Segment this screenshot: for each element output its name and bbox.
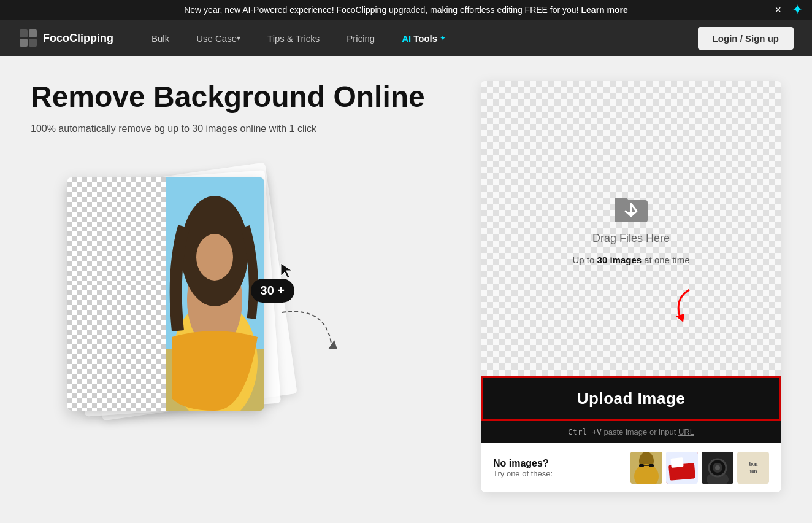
sample-thumb-2[interactable] [666, 452, 698, 484]
nav-bulk[interactable]: Bulk [138, 20, 183, 56]
sample-thumb-4[interactable]: bonton [737, 452, 769, 484]
svg-rect-21 [639, 464, 644, 467]
svg-marker-10 [281, 263, 292, 278]
woman-photo-svg [166, 177, 264, 411]
badge-30-plus: 30 + [251, 279, 294, 303]
card-main [67, 177, 264, 411]
nav-pricing[interactable]: Pricing [333, 20, 388, 56]
card-right-photo [166, 177, 264, 411]
hero-subtitle: 100% automatically remove bg up to 30 im… [31, 123, 462, 134]
navigation: FocoClipping Bulk Use Case Tips & Tricks… [0, 20, 812, 56]
dashed-arrow-icon [276, 300, 343, 362]
upload-button-area: Upload Image [481, 376, 781, 421]
nav-tips-tricks[interactable]: Tips & Tricks [254, 20, 333, 56]
svg-marker-11 [328, 340, 337, 349]
svg-marker-17 [676, 314, 684, 322]
hero-title: Remove Background Online [31, 81, 462, 114]
upload-image-button[interactable]: Upload Image [481, 376, 781, 421]
keyboard-shortcut: Ctrl +V [568, 427, 602, 436]
no-images-text: No images? Try one of these: [493, 458, 621, 478]
ai-text: AI [402, 33, 411, 44]
svg-rect-0 [20, 29, 28, 37]
svg-rect-3 [29, 39, 37, 47]
logo-link[interactable]: FocoClipping [18, 28, 113, 48]
no-images-section: No images? Try one of these: [481, 443, 781, 492]
svg-rect-13 [615, 198, 628, 205]
announcement-bar: New year, new AI-Powered experience! Foc… [0, 0, 812, 20]
cursor-icon [280, 262, 293, 282]
upload-folder-icon [615, 193, 648, 222]
nav-ai-tools[interactable]: AI Tools ✦ [388, 20, 459, 56]
logo-text: FocoClipping [43, 32, 113, 45]
dropzone-content: Drag Files Here Up to 30 images at one t… [573, 193, 690, 265]
left-section: Remove Background Online 100% automatica… [31, 81, 462, 492]
ai-plus-icon: ✦ [440, 34, 446, 42]
close-announcement-button[interactable]: × [775, 4, 781, 17]
sample-thumb-1[interactable] [630, 452, 662, 484]
sample-thumbnails: bonton [630, 452, 769, 484]
drag-text: Drag Files Here [592, 232, 670, 245]
upload-dropzone[interactable]: Drag Files Here Up to 30 images at one t… [481, 81, 781, 376]
url-link[interactable]: URL [678, 427, 694, 436]
upload-panel: Drag Files Here Up to 30 images at one t… [481, 81, 781, 492]
learn-more-link[interactable]: Learn more [581, 5, 628, 15]
svg-rect-26 [670, 457, 683, 468]
hero-image-area: 30 + [31, 165, 368, 429]
svg-rect-2 [20, 39, 28, 47]
no-images-subtitle: Try one of these: [493, 469, 621, 478]
ai-tools-label: Tools [413, 33, 437, 44]
announcement-text: New year, new AI-Powered experience! Foc… [184, 5, 578, 15]
sparkle-icon: ✦ [792, 2, 803, 18]
login-signup-button[interactable]: Login / Sign up [698, 27, 794, 50]
svg-rect-22 [649, 464, 654, 467]
no-images-title: No images? [493, 458, 621, 469]
main-content: Remove Background Online 100% automatica… [0, 56, 812, 511]
sample-thumb-3[interactable] [702, 452, 733, 484]
nav-use-case[interactable]: Use Case [183, 20, 254, 56]
paste-hint: Ctrl +V paste image or input URL [481, 421, 781, 443]
svg-rect-1 [29, 29, 37, 37]
red-arrow-indicator [671, 287, 695, 326]
images-count-text: Up to 30 images at one time [573, 255, 690, 265]
svg-point-9 [196, 234, 233, 281]
svg-point-32 [715, 465, 720, 470]
card-left-checker [67, 177, 166, 411]
logo-icon [18, 28, 38, 48]
nav-links: Bulk Use Case Tips & Tricks Pricing AI T… [138, 20, 698, 56]
